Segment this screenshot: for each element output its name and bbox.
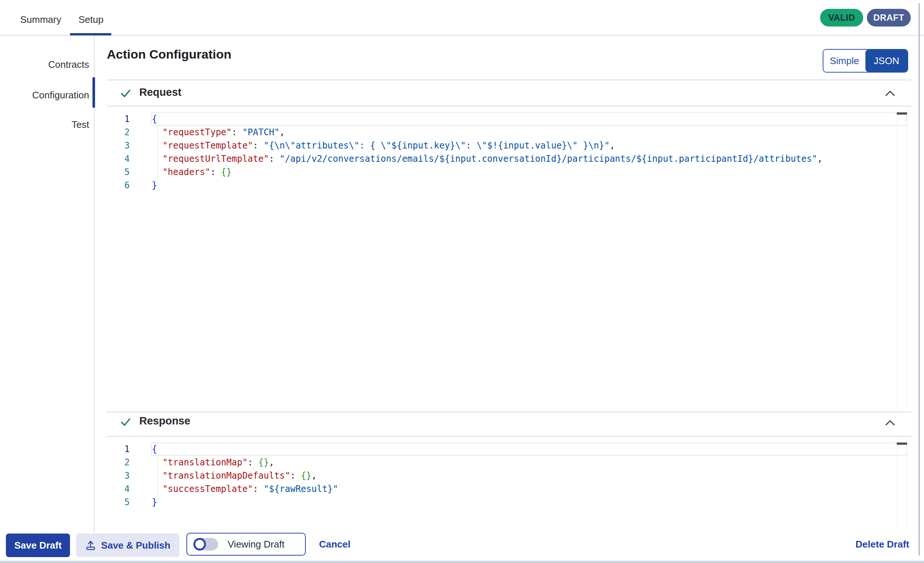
line-number: 4 [114,152,130,165]
response-code-editor[interactable]: 12345 { "translationMap": {}, "translati… [107,437,912,531]
code-line[interactable]: "headers": {} [152,165,823,179]
chevron-up-icon[interactable] [885,420,895,426]
response-section-title: Response [139,415,190,427]
sidebar-active-indicator [93,77,95,108]
toggle-knob[interactable] [194,538,206,551]
save-and-publish-button[interactable]: Save & Publish [76,533,179,557]
overview-ruler [897,109,907,407]
line-number: 5 [114,165,130,179]
check-icon [120,87,132,99]
save-and-publish-label: Save & Publish [101,540,171,551]
viewing-draft-toggle[interactable] [194,538,218,551]
request-code-editor[interactable]: 123456 { "requestType": "PATCH", "reques… [107,107,912,411]
line-number: 3 [114,139,130,152]
viewing-draft-control[interactable]: Viewing Draft [186,533,306,555]
sidebar-divider [94,36,94,532]
json-view-button[interactable]: JSON [866,50,908,72]
code-line[interactable]: "requestUrlTemplate": "/api/v2/conversat… [152,152,823,165]
viewing-draft-label: Viewing Draft [228,539,284,550]
code-line[interactable]: "requestType": "PATCH", [152,126,823,139]
code-lines[interactable]: { "requestType": "PATCH", "requestTempla… [152,113,823,192]
line-number: 4 [114,482,130,495]
topbar-divider [0,35,924,36]
overview-ruler [897,439,907,528]
line-number: 2 [114,126,130,139]
save-draft-button[interactable]: Save Draft [6,533,70,557]
tab-summary[interactable]: Summary [20,14,61,26]
page-title: Action Configuration [107,47,231,62]
code-line[interactable]: { [152,113,823,126]
line-number: 6 [114,179,130,192]
section-divider [107,80,912,80]
line-number: 1 [114,113,130,126]
section-divider [107,411,912,412]
code-lines[interactable]: { "translationMap": {}, "translationMapD… [152,443,338,509]
cursor-position-marker [897,113,907,115]
line-number: 2 [114,456,130,469]
simple-view-button[interactable]: Simple [824,50,866,72]
upload-icon [85,540,96,551]
code-line[interactable]: "successTemplate": "${rawResult}" [152,482,338,495]
request-section-title: Request [139,86,181,98]
cancel-button[interactable]: Cancel [319,539,350,550]
sidebar-item-contracts[interactable]: Contracts [0,59,89,71]
active-tab-indicator [70,33,111,35]
page-scrollbar[interactable] [918,3,920,555]
page-bottom-edge [0,561,924,563]
action-configuration-page: Summary Setup VALID DRAFT Contracts Conf… [0,0,924,563]
code-line[interactable]: } [152,495,338,509]
tab-setup[interactable]: Setup [78,14,104,26]
line-number: 5 [114,495,130,509]
code-line[interactable]: { [152,443,338,456]
view-mode-segmented-control: Simple JSON [823,49,908,73]
draft-status-badge: DRAFT [867,9,911,27]
code-line[interactable]: "requestTemplate": "{\n\"attributes\": {… [152,139,823,152]
delete-draft-button[interactable]: Delete Draft [855,539,909,550]
check-icon [120,416,132,428]
code-line[interactable]: } [152,179,823,192]
sidebar-item-test[interactable]: Test [0,119,89,131]
chevron-up-icon[interactable] [885,90,895,97]
valid-status-badge: VALID [820,9,863,27]
line-number: 1 [114,443,130,456]
line-numbers: 12345 [114,443,130,509]
line-numbers: 123456 [114,113,130,192]
line-number: 3 [114,469,130,482]
code-line[interactable]: "translationMapDefaults": {}, [152,469,338,482]
sidebar-item-configuration[interactable]: Configuration [0,90,89,101]
cursor-position-marker [897,443,907,445]
code-line[interactable]: "translationMap": {}, [152,456,338,469]
